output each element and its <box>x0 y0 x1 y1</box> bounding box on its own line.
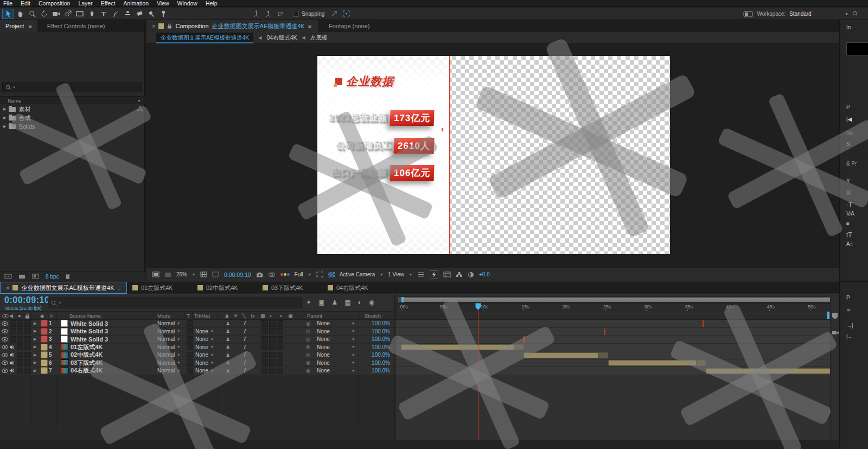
close-icon[interactable]: × <box>6 285 9 291</box>
zoom-tool[interactable] <box>26 9 38 19</box>
effects-presets-panel-tab[interactable]: & Pr <box>846 161 857 167</box>
stretch-value[interactable]: 100.0% <box>360 320 390 327</box>
quality-toggle[interactable]: / <box>244 359 246 367</box>
lock-cell[interactable] <box>24 368 31 374</box>
parent-pickwhip-icon[interactable]: ◎ <box>306 320 310 327</box>
timeline-tab-4[interactable]: 04右版式4K <box>323 282 373 294</box>
bit-depth-button[interactable]: 8 bpc <box>46 274 59 280</box>
stretch-value[interactable]: 100.0% <box>360 344 390 351</box>
quality-toggle[interactable]: / <box>244 320 246 327</box>
layer-audio-toggle[interactable] <box>9 367 15 375</box>
composition-mini-flowchart-icon[interactable]: ✦ <box>306 299 311 306</box>
r-field[interactable]: R <box>846 190 850 196</box>
tab-effect-controls[interactable]: Effect Controls (none) <box>47 23 105 29</box>
layer-row-5[interactable]: ▶502中版式4KNormal▼None▼♟/◎None▼100.0% <box>0 351 394 359</box>
layer-expand-caret[interactable]: ▶ <box>34 359 36 367</box>
bar-out-handle[interactable] <box>598 353 608 358</box>
solo-cell[interactable] <box>17 344 23 350</box>
layer-duration-bar[interactable] <box>706 368 830 374</box>
composition-canvas[interactable]: ‹ 企业数据 2023总营业额173亿元公司新增员工2610人出口产品总额106… <box>317 56 670 254</box>
solo-cell[interactable] <box>17 352 23 358</box>
breadcrumb-item-1[interactable]: 04右版式4K <box>267 34 297 42</box>
t-cell[interactable] <box>187 344 193 350</box>
parent-select[interactable]: None▼ <box>317 367 355 375</box>
layer-expand-caret[interactable]: ▶ <box>34 328 36 336</box>
magnification-icon[interactable] <box>164 272 171 277</box>
camera-caret-icon[interactable]: ▼ <box>380 273 383 276</box>
layer-marker[interactable] <box>523 336 525 343</box>
lock-cell[interactable] <box>24 320 31 327</box>
quality-toggle[interactable]: / <box>244 336 246 343</box>
reset-exposure-icon[interactable] <box>468 271 474 278</box>
quality-toggle[interactable]: / <box>244 344 246 351</box>
brush-tool[interactable] <box>110 9 122 19</box>
quality-toggle[interactable]: / <box>244 367 246 375</box>
menu-item-help[interactable]: Help <box>206 0 218 7</box>
parent-select[interactable]: None▼ <box>317 320 355 327</box>
layer-expand-caret[interactable]: ▶ <box>34 351 36 359</box>
shy-toggle[interactable]: ♟ <box>226 336 230 343</box>
character-panel-icon[interactable]: -T <box>846 201 852 208</box>
layer-row-1[interactable]: ▶1White Solid 3Normal▼♟/◎None▼100.0% <box>0 320 394 328</box>
exposure-value[interactable]: +0.0 <box>479 271 490 277</box>
source-name-column-header[interactable]: Source Name <box>69 312 101 320</box>
pan-behind-tool[interactable] <box>62 9 74 19</box>
switch-cell[interactable] <box>261 328 268 334</box>
parent-select[interactable]: None▼ <box>317 359 355 367</box>
layer-marker[interactable] <box>604 328 605 335</box>
show-channel-icon[interactable] <box>280 273 290 276</box>
viewer-timecode[interactable]: 0:00:09:10 <box>224 271 251 278</box>
layer-marker[interactable] <box>703 320 704 327</box>
y-field[interactable]: Y <box>846 178 850 184</box>
switch-cell[interactable] <box>261 344 268 350</box>
stretch-value[interactable]: 100.0% <box>360 336 390 343</box>
parent-select[interactable]: None▼ <box>317 351 355 359</box>
solo-cell[interactable] <box>17 368 23 374</box>
layer-name[interactable]: White Solid 3 <box>71 336 108 343</box>
layer-name[interactable]: 02中版式4K <box>71 351 103 359</box>
always-preview-icon[interactable] <box>152 271 159 277</box>
lock-cell[interactable] <box>24 328 31 334</box>
layer-name[interactable]: 01左版式4K <box>71 343 103 351</box>
show-snapshot-icon[interactable] <box>268 272 276 277</box>
parent-column-header[interactable]: Parent <box>307 312 322 320</box>
layer-name[interactable]: 03下版式4K <box>71 359 103 367</box>
graph-editor-icon[interactable]: ◉ <box>369 299 374 306</box>
project-name-column-header[interactable]: Name ▼ <box>0 96 145 104</box>
expand-caret-icon[interactable]: ▶ <box>3 124 6 129</box>
layer-expand-caret[interactable]: ▶ <box>34 367 36 375</box>
parent-select[interactable]: None▼ <box>317 328 355 336</box>
trkmat-select[interactable]: None▼ <box>195 367 218 375</box>
stretch-value[interactable]: 100.0% <box>360 367 390 375</box>
timeline-timecode[interactable]: 0:00:09:10 <box>4 295 49 305</box>
layer-row-3[interactable]: ▶3White Solid 3Normal▼None▼♟/◎None▼100.0… <box>0 336 394 344</box>
transparency-grid-icon[interactable] <box>328 272 335 277</box>
ruler-ticks[interactable]: :00s05s10s15s20s25s30s35s40s45s50s <box>395 303 831 312</box>
parent-pickwhip-icon[interactable]: ◎ <box>306 359 310 367</box>
project-item-1[interactable]: ▶素材 <box>0 105 145 113</box>
timeline-tab-3[interactable]: 03下版式4K <box>258 282 308 294</box>
layer-audio-toggle[interactable] <box>9 351 15 359</box>
project-search-input[interactable]: ▾ <box>2 83 142 92</box>
switch-cell[interactable] <box>269 359 276 366</box>
align-lines-icon[interactable]: ≣ <box>846 307 851 313</box>
timeline-tab-2[interactable]: 02中版式4K <box>193 282 242 294</box>
switch-cell[interactable] <box>269 344 276 350</box>
comp-marker-bin-icon[interactable] <box>832 312 838 322</box>
draft-3d-icon[interactable]: ▣ <box>318 299 324 306</box>
interpret-footage-icon[interactable] <box>4 274 12 279</box>
switch-cell[interactable] <box>277 328 283 334</box>
trkmat-select[interactable]: None▼ <box>195 359 218 367</box>
tracking-icon[interactable]: tT <box>846 231 852 239</box>
axis-mode-icons[interactable] <box>253 10 284 17</box>
timeline-button-icon[interactable] <box>443 271 451 277</box>
new-composition-icon[interactable] <box>32 274 39 279</box>
camera-view-select[interactable]: Active Camera <box>340 271 375 277</box>
lock-cell[interactable] <box>24 352 31 358</box>
eraser-tool[interactable] <box>133 9 145 19</box>
menu-item-layer[interactable]: Layer <box>78 0 92 7</box>
panel-menu-icon[interactable]: ≡ <box>308 23 311 29</box>
blend-mode-select[interactable]: Normal▼ <box>157 328 184 336</box>
timeline-search-input[interactable]: ▾ <box>48 298 302 308</box>
mode-column-header[interactable]: Mode <box>157 312 170 320</box>
